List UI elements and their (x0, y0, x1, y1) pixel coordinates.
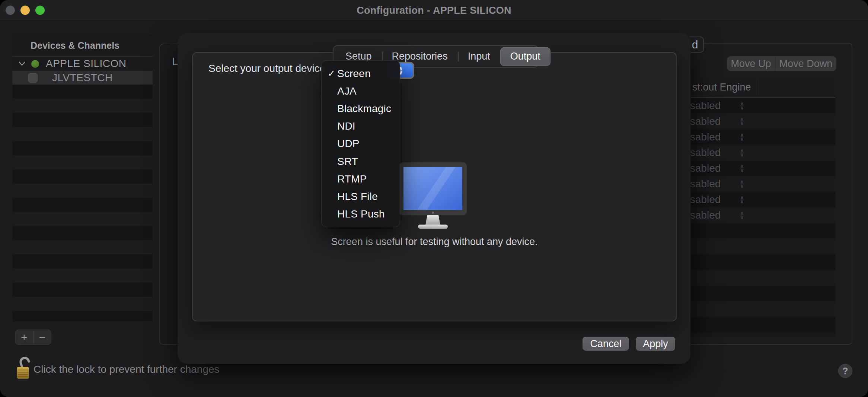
device-caption: Screen is useful for testing without any… (192, 236, 677, 248)
menu-item-label: AJA (337, 85, 357, 97)
empty-row (691, 223, 835, 239)
empty-row (691, 286, 835, 301)
tab-label: Output (510, 51, 540, 62)
menu-item[interactable]: NDI (322, 118, 400, 135)
lock-hint-text: Click the lock to prevent further change… (33, 362, 220, 377)
move-segmented-control: Move Up Move Down (727, 56, 836, 71)
empty-row (691, 301, 835, 317)
menu-item-label: SRT (337, 156, 358, 168)
menu-item-label: Blackmagic (337, 103, 391, 115)
empty-row (12, 169, 153, 184)
apply-button[interactable]: Apply (636, 337, 675, 351)
empty-row (12, 99, 153, 113)
sidebar-header: Devices & Channels (12, 35, 153, 57)
menu-item[interactable]: HLS Push (322, 206, 400, 223)
engine-column-header: st:out Engine (692, 82, 751, 93)
menu-item[interactable]: UDP (322, 135, 400, 153)
move-down-button[interactable]: Move Down (775, 56, 836, 71)
empty-row (12, 85, 153, 99)
menu-item[interactable]: Blackmagic (322, 100, 400, 117)
empty-row (691, 239, 835, 254)
add-remove-control: + − (15, 330, 51, 345)
configuration-window: Configuration - APPLE SILICON L d Move U… (0, 0, 868, 397)
empty-row (12, 226, 153, 240)
stepper-icon[interactable]: ∧∨ (740, 133, 744, 141)
menu-item-label: Screen (337, 68, 371, 80)
disclosure-chevron-down-icon[interactable] (17, 61, 27, 66)
empty-row (12, 269, 153, 283)
menu-item-label: UDP (337, 138, 360, 150)
window-title: Configuration - APPLE SILICON (0, 0, 868, 21)
tab-label: Input (468, 51, 490, 62)
remove-button[interactable]: − (33, 330, 51, 344)
move-up-button[interactable]: Move Up (727, 56, 775, 71)
empty-row (691, 270, 835, 286)
engine-table: st:out Engine disabled ∧∨ disabled ∧∨ di… (691, 77, 835, 336)
table-row: disabled ∧∨ (691, 98, 835, 114)
device-status-dot (31, 60, 39, 68)
output-device-menu: ✓ Screen AJA Blackmagic NDI UDP (321, 60, 400, 227)
device-name: APPLE SILICON (46, 58, 127, 70)
empty-row (691, 317, 835, 333)
table-row: disabled ∧∨ (691, 129, 835, 145)
menu-item[interactable]: AJA (322, 82, 400, 100)
menu-item-label: RTMP (337, 173, 367, 185)
stepper-icon[interactable]: ∧∨ (740, 102, 744, 109)
empty-row (12, 254, 153, 269)
screen-device-illustration (395, 159, 474, 232)
menu-item-label: HLS Push (337, 208, 385, 220)
empty-row (12, 198, 153, 212)
empty-row (691, 254, 835, 270)
menu-item[interactable]: ✓ Screen (322, 65, 400, 82)
channel-name: JLVTESTCH (52, 72, 113, 84)
empty-row (12, 297, 153, 311)
stepper-icon[interactable]: ∧∨ (740, 165, 744, 172)
dialog-tab[interactable]: Output (500, 47, 551, 66)
output-device-label: Select your output device (208, 63, 325, 74)
menu-item[interactable]: RTMP (322, 170, 400, 188)
empty-row (12, 113, 153, 127)
empty-row (12, 141, 153, 155)
tab-label: Repositories (392, 51, 448, 62)
engine-table-rows: disabled ∧∨ disabled ∧∨ disabled ∧∨ disa… (691, 98, 835, 223)
stepper-icon[interactable]: ∧∨ (740, 118, 744, 125)
table-row: disabled ∧∨ (691, 161, 835, 176)
empty-row (12, 212, 153, 226)
help-button[interactable]: ? (838, 364, 852, 378)
sidebar-empty-rows (12, 85, 153, 321)
empty-row (12, 240, 153, 254)
menu-item-label: HLS File (337, 191, 378, 203)
column-separator (757, 80, 757, 95)
menu-item[interactable]: HLS File (322, 188, 400, 205)
table-row: disabled ∧∨ (691, 207, 835, 223)
stepper-icon[interactable]: ∧∨ (740, 212, 744, 219)
empty-row (12, 311, 153, 321)
add-button[interactable]: + (15, 330, 33, 344)
sidebar-item-channel[interactable]: JLVTESTCH (12, 71, 153, 85)
empty-row (12, 127, 153, 141)
lock-icon[interactable] (16, 355, 31, 382)
empty-row (12, 283, 153, 297)
menu-item-label: NDI (337, 120, 355, 132)
engine-table-header: st:out Engine (691, 77, 835, 98)
sidebar-item-device[interactable]: APPLE SILICON (12, 57, 153, 71)
dialog-tab[interactable]: Input (458, 47, 500, 66)
stepper-icon[interactable]: ∧∨ (740, 196, 744, 203)
empty-row (12, 184, 153, 198)
table-row: disabled ∧∨ (691, 192, 835, 207)
checkmark-icon: ✓ (328, 68, 337, 79)
cancel-button[interactable]: Cancel (583, 337, 629, 351)
table-row: disabled ∧∨ (691, 176, 835, 192)
stepper-icon[interactable]: ∧∨ (740, 149, 744, 156)
channel-checkbox[interactable] (28, 73, 38, 83)
stepper-icon[interactable]: ∧∨ (740, 180, 744, 188)
table-row: disabled ∧∨ (691, 145, 835, 161)
table-row: disabled ∧∨ (691, 114, 835, 129)
menu-item[interactable]: SRT (322, 153, 400, 170)
devices-sidebar: Devices & Channels APPLE SILICON JLVTEST… (12, 35, 153, 321)
empty-row (12, 155, 153, 169)
title-bar: Configuration - APPLE SILICON (0, 0, 868, 21)
engine-table-empty-rows (691, 223, 835, 333)
